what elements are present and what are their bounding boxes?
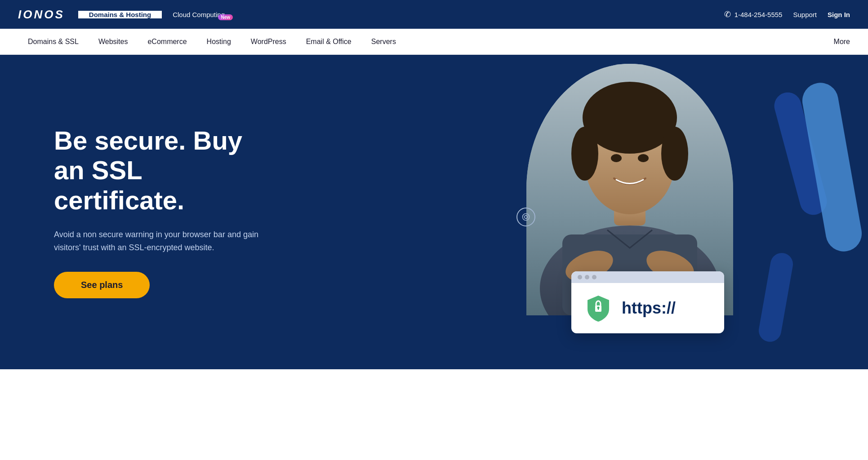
svg-point-12 xyxy=(638,154,649,162)
nav-email-office[interactable]: Email & Office xyxy=(296,29,361,54)
svg-point-14 xyxy=(523,214,530,221)
nav-tab-domains-hosting[interactable]: Domains & Hosting xyxy=(78,11,162,18)
svg-point-9 xyxy=(571,127,598,181)
browser-titlebar xyxy=(571,271,724,283)
top-bar: IONOS Domains & Hosting Cloud Computing … xyxy=(0,0,868,29)
hero-content: Be secure. Buy an SSL certificate. Avoid… xyxy=(0,90,315,335)
hero-visual: https:// xyxy=(347,55,868,369)
svg-rect-17 xyxy=(598,308,599,310)
browser-dot-1 xyxy=(578,275,582,279)
https-text: https:// xyxy=(622,299,676,318)
deco-shape-dark-2 xyxy=(757,251,795,344)
secondary-nav-items: Domains & SSL Websites eCommerce Hosting… xyxy=(18,29,406,54)
support-link[interactable]: Support xyxy=(793,11,817,18)
nav-wordpress[interactable]: WordPress xyxy=(241,29,296,54)
top-bar-right: ✆ 1-484-254-5555 Support Sign In xyxy=(724,9,850,19)
hero-subtitle: Avoid a non secure warning in your brows… xyxy=(54,228,279,254)
ssl-shield-icon xyxy=(584,294,613,323)
ionos-logo[interactable]: IONOS xyxy=(18,8,65,22)
signin-button[interactable]: Sign In xyxy=(828,11,850,18)
nav-tab-cloud-computing[interactable]: Cloud Computing New xyxy=(162,11,236,18)
secondary-nav: Domains & SSL Websites eCommerce Hosting… xyxy=(0,29,868,55)
hero-title: Be secure. Buy an SSL certificate. xyxy=(54,126,279,216)
https-card: https:// xyxy=(571,271,724,333)
more-link[interactable]: More xyxy=(834,38,850,46)
phone-link[interactable]: ✆ 1-484-254-5555 xyxy=(724,9,783,19)
hero-section: Be secure. Buy an SSL certificate. Avoid… xyxy=(0,55,868,369)
svg-point-13 xyxy=(525,216,528,219)
nav-websites[interactable]: Websites xyxy=(89,29,138,54)
nav-servers[interactable]: Servers xyxy=(361,29,406,54)
nav-domains-ssl[interactable]: Domains & SSL xyxy=(18,29,89,54)
browser-dot-2 xyxy=(585,275,589,279)
nav-ecommerce[interactable]: eCommerce xyxy=(138,29,196,54)
svg-point-11 xyxy=(611,154,622,162)
phone-number: 1-484-254-5555 xyxy=(734,11,783,18)
logo-area: IONOS Domains & Hosting Cloud Computing … xyxy=(18,8,236,22)
nav-hosting[interactable]: Hosting xyxy=(197,29,241,54)
phone-icon: ✆ xyxy=(724,9,731,19)
browser-dot-3 xyxy=(592,275,596,279)
camera-icon xyxy=(516,208,535,226)
see-plans-button[interactable]: See plans xyxy=(54,272,150,298)
new-badge: New xyxy=(218,14,233,20)
top-nav-tabs: Domains & Hosting Cloud Computing New xyxy=(78,11,236,18)
svg-point-10 xyxy=(661,127,688,181)
https-card-body: https:// xyxy=(571,283,724,333)
